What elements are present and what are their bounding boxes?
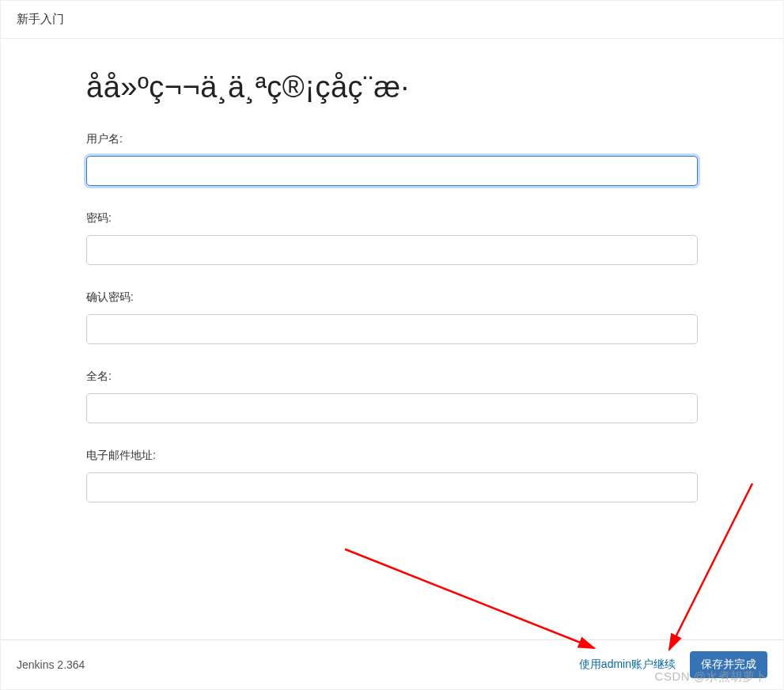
email-input[interactable] <box>86 472 698 502</box>
main-content: åå»ºç¬¬ä¸ä¸ªç®¡çåç¨æ· 用户名: 密码: 确认密码: 全名:… <box>1 39 783 502</box>
page-title: åå»ºç¬¬ä¸ä¸ªç®¡çåç¨æ· <box>86 70 698 104</box>
email-label: 电子邮件地址: <box>86 449 698 463</box>
password-input[interactable] <box>86 235 698 265</box>
form-group-username: 用户名: <box>86 132 698 186</box>
form-group-email: 电子邮件地址: <box>86 449 698 502</box>
password-label: 密码: <box>86 211 698 226</box>
svg-line-1 <box>345 549 594 648</box>
fullname-label: 全名: <box>86 370 698 384</box>
svg-line-3 <box>669 483 752 650</box>
annotation-arrow-right <box>657 480 760 658</box>
confirm-password-input[interactable] <box>86 314 698 344</box>
header-title: 新手入门 <box>17 12 64 25</box>
fullname-input[interactable] <box>86 393 698 423</box>
version-label: Jenkins 2.364 <box>17 658 85 671</box>
header-bar: 新手入门 <box>1 1 783 39</box>
form-group-fullname: 全名: <box>86 370 698 423</box>
confirm-password-label: 确认密码: <box>86 290 698 305</box>
watermark: CSDN @水煮胡萝卜 <box>655 669 767 684</box>
form-group-password: 密码: <box>86 211 698 265</box>
username-label: 用户名: <box>86 132 698 146</box>
username-input[interactable] <box>86 156 698 186</box>
form-group-confirm-password: 确认密码: <box>86 290 698 344</box>
